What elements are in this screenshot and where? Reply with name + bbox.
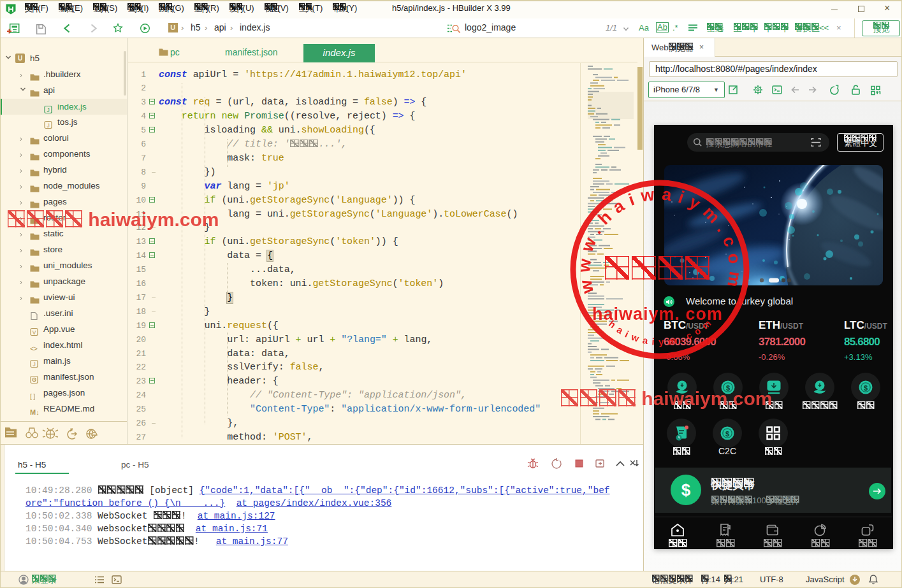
svg-text:J: J bbox=[33, 361, 35, 368]
svg-text:V: V bbox=[33, 329, 36, 336]
svg-text:J: J bbox=[47, 107, 49, 113]
svg-text:J: J bbox=[47, 122, 49, 129]
svg-text:$: $ bbox=[725, 430, 729, 438]
svg-text:$: $ bbox=[864, 384, 868, 392]
